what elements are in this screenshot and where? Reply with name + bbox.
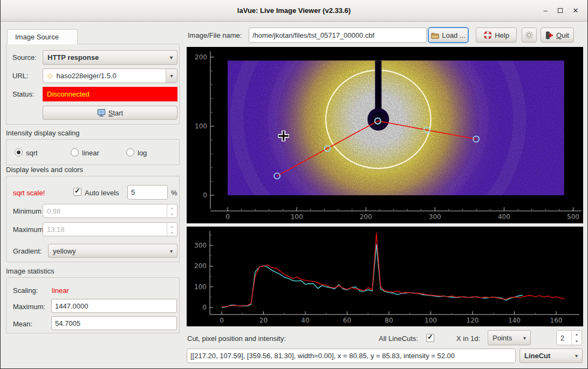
- status-label: Status:: [12, 90, 34, 98]
- lavue-window: laVue: Live Image Viewer (v2.33.6) – ✕ I…: [0, 0, 588, 369]
- url-combo-value: haso228eiger/1.5.0: [56, 72, 116, 80]
- minimize-icon[interactable]: –: [539, 4, 552, 17]
- svg-text:0: 0: [202, 304, 207, 311]
- stats-maximum-value[interactable]: [51, 299, 177, 313]
- chevron-down-icon: ▾: [523, 335, 526, 341]
- gradient-label: Gradient:: [13, 247, 42, 255]
- exit-door-icon: [545, 31, 553, 39]
- svg-text:200: 200: [360, 213, 372, 221]
- stats-maximum-label: Maximum:: [13, 303, 45, 311]
- gradient-combo-value: yellowy: [53, 247, 76, 255]
- svg-text:200: 200: [195, 53, 207, 61]
- percent-label: %: [171, 189, 177, 197]
- url-combo[interactable]: ☆ haso228eiger/1.5.0 ▾: [43, 69, 177, 83]
- svg-text:0: 0: [203, 192, 207, 199]
- load-button[interactable]: Load ...: [428, 28, 468, 43]
- stats-section-title: Image statistics: [6, 267, 54, 275]
- close-icon[interactable]: ✕: [569, 4, 582, 17]
- quit-button-label: Quit: [556, 31, 569, 39]
- tool-combo-value: LineCut: [524, 352, 550, 360]
- svg-text:500: 500: [567, 213, 579, 221]
- linecut-plot[interactable]: 0 20 40 60 80 100 120 140 160 0 100 200 …: [187, 227, 583, 326]
- url-label: URL:: [12, 72, 29, 80]
- min-value-spinbox: 0.98 ▲▼: [43, 204, 177, 218]
- stats-mean-label: Mean:: [13, 320, 32, 328]
- scaling-section-title: Intensity display scaling: [6, 129, 80, 137]
- auto-levels-label: Auto levels: [85, 189, 119, 197]
- chevron-down-icon: ▾: [170, 248, 173, 254]
- start-button[interactable]: Start: [43, 106, 177, 120]
- source-combo[interactable]: HTTP response ▾: [43, 50, 177, 65]
- svg-text:120: 120: [467, 317, 479, 324]
- svg-text:400: 400: [498, 213, 510, 221]
- cut-info-field[interactable]: [187, 348, 516, 363]
- tool-combo[interactable]: LineCut ▾: [519, 348, 583, 363]
- stats-scaling-value: linear: [52, 286, 69, 295]
- stats-mean-value[interactable]: [51, 316, 177, 330]
- folder-icon: [431, 32, 439, 39]
- svg-text:100: 100: [425, 317, 437, 324]
- settings-button[interactable]: [522, 28, 537, 43]
- x-in-1d-combo-value: Points: [493, 334, 512, 342]
- all-linecuts-label: All LineCuts:: [379, 334, 418, 343]
- gradient-combo[interactable]: yellowy ▾: [48, 244, 177, 258]
- levels-section-title: Display levels and colors: [6, 166, 83, 174]
- spinner-arrows-icon[interactable]: ▲▼: [571, 331, 582, 345]
- auto-levels-checkbox[interactable]: [73, 188, 81, 196]
- lifebuoy-icon: [483, 31, 492, 39]
- monitor-icon: [97, 109, 106, 117]
- main-image-plot[interactable]: 0 100 200 300 400 500 0 100 200: [187, 47, 583, 223]
- favorite-star-icon[interactable]: ☆: [46, 71, 53, 81]
- x-in-1d-label: X in 1d:: [456, 334, 480, 343]
- gear-icon: [525, 31, 534, 39]
- svg-text:200: 200: [194, 262, 207, 270]
- chevron-down-icon: ▾: [170, 54, 173, 60]
- svg-text:20: 20: [259, 317, 268, 324]
- radio-sqrt[interactable]: [15, 148, 23, 156]
- svg-text:160: 160: [550, 317, 563, 324]
- scale-warning: sqrt scale!: [13, 189, 45, 197]
- spinner-arrows-icon: ▲▼: [167, 223, 177, 236]
- svg-text:40: 40: [301, 317, 309, 324]
- radio-linear-label: linear: [82, 149, 99, 157]
- stats-scaling-label: Scaling:: [13, 286, 38, 295]
- chevron-down-icon: ▾: [170, 73, 173, 79]
- max-value-spinbox: 13.18 ▲▼: [43, 222, 177, 236]
- cut-position-label: Cut, pixel position and intensity:: [187, 334, 286, 343]
- svg-text:300: 300: [194, 242, 207, 249]
- quit-button[interactable]: Quit: [541, 28, 574, 43]
- spinner-arrows-icon: ▲▼: [167, 204, 177, 217]
- window-title: laVue: Live Image Viewer (v2.33.6): [1, 6, 587, 15]
- source-label: Source:: [12, 53, 37, 62]
- tab-image-source[interactable]: Image Source: [7, 29, 78, 44]
- svg-text:100: 100: [291, 213, 303, 221]
- svg-text:60: 60: [343, 317, 351, 324]
- chevron-down-icon: ▾: [575, 353, 578, 359]
- load-button-label: Load ...: [442, 31, 465, 39]
- radio-log[interactable]: [126, 148, 134, 156]
- maximize-icon[interactable]: [553, 4, 566, 17]
- tab-image-source-label: Image Source: [15, 33, 59, 41]
- radio-log-label: log: [138, 149, 147, 157]
- auto-levels-input[interactable]: [127, 185, 168, 200]
- help-button[interactable]: Help: [476, 28, 517, 43]
- radio-sqrt-label: sqrt: [26, 149, 38, 157]
- svg-text:100: 100: [195, 122, 207, 130]
- radio-linear[interactable]: [71, 148, 79, 156]
- linecut-count-spinbox[interactable]: 2 ▲▼: [556, 330, 582, 345]
- x-in-1d-combo[interactable]: Points ▾: [488, 330, 531, 345]
- help-button-label: Help: [495, 31, 509, 39]
- source-combo-value: HTTP response: [47, 53, 99, 62]
- start-button-label: Start: [108, 109, 123, 117]
- filename-input[interactable]: [249, 28, 427, 43]
- url-dropdown-button[interactable]: ▾: [166, 69, 177, 83]
- all-linecuts-checkbox[interactable]: [426, 334, 434, 342]
- svg-text:300: 300: [429, 213, 441, 221]
- titlebar[interactable]: laVue: Live Image Viewer (v2.33.6) – ✕: [1, 0, 587, 22]
- svg-text:140: 140: [508, 317, 521, 324]
- status-value: Disconnected: [43, 87, 177, 101]
- svg-text:80: 80: [385, 317, 393, 324]
- svg-text:0: 0: [220, 317, 224, 324]
- filename-label: Image/File name:: [188, 31, 242, 39]
- svg-text:0: 0: [225, 213, 230, 221]
